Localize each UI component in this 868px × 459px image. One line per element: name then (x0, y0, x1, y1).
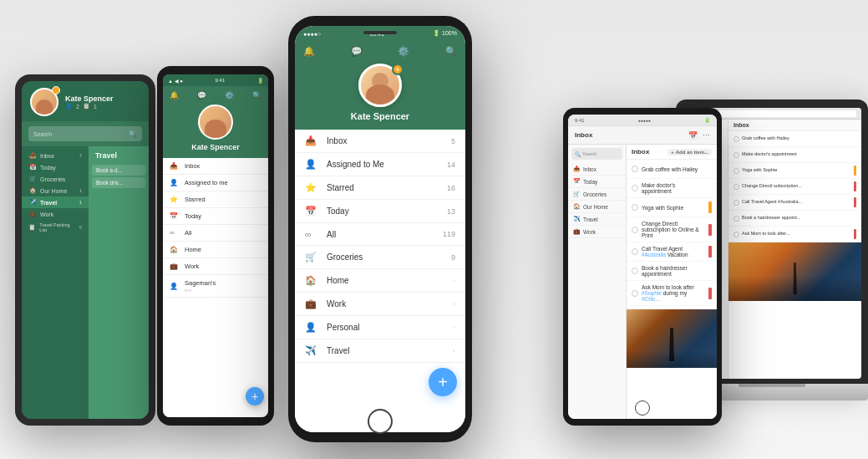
laptop-base-bar (739, 384, 805, 387)
task-row[interactable]: Change Directl subscription... (728, 179, 861, 195)
all-icon: ∞ (170, 229, 180, 237)
sidebar-item-inbox[interactable]: 📥 Inbox (568, 163, 626, 176)
task-checkbox[interactable] (632, 268, 638, 274)
task-row[interactable]: Yoga with Sophie (627, 198, 717, 217)
task-checkbox[interactable] (733, 136, 739, 142)
more-icon[interactable]: ⋯ (703, 131, 710, 140)
list-item-personal[interactable]: 👤 Personal › (295, 316, 465, 339)
list-item-assigned[interactable]: 👤 Assigned to me (163, 175, 268, 191)
list-item-work[interactable]: 💼 Work › (295, 293, 465, 316)
sidebar-item-work[interactable]: 💼 Work (568, 226, 626, 238)
travel-icon: ✈️ (305, 345, 320, 356)
home-icon: 🏠 (170, 246, 180, 253)
tablet-search[interactable]: Search 🔍 (28, 126, 142, 141)
list-item[interactable]: Book a d... (92, 165, 145, 176)
list-item-inbox[interactable]: 📥 Inbox (163, 158, 268, 175)
home-icon: 🏠 (573, 203, 581, 210)
list-item-today[interactable]: 📅 Today 13 (295, 200, 465, 223)
task-checkbox[interactable] (632, 248, 638, 255)
sidebar-item-travel[interactable]: ✈️ Travel (568, 213, 626, 226)
list-item-all[interactable]: ∞ All 119 (295, 223, 465, 246)
list-item-sagemans[interactable]: 👤 Sageman's ion (163, 275, 268, 298)
task-checkbox[interactable] (632, 204, 638, 211)
list-item-starred[interactable]: ⭐ Starred (163, 191, 268, 208)
task-checkbox[interactable] (733, 152, 739, 158)
list-item[interactable]: Book driv... (92, 177, 145, 188)
personal-icon: 👤 (305, 322, 320, 333)
main-user-name: Kate Spencer (351, 111, 409, 121)
task-row[interactable]: Grab coffee with Hailey (728, 131, 861, 147)
ipad-search[interactable]: 🔍 Search (571, 148, 622, 160)
list-item-home[interactable]: 🏠 Home › (295, 269, 465, 293)
home-button[interactable] (635, 400, 650, 416)
task-row[interactable]: Change Directl subscription to Online & … (627, 217, 717, 242)
star-icon: ⭐ (170, 196, 180, 203)
fab-button[interactable]: + (246, 387, 264, 405)
task-checkbox[interactable] (632, 290, 638, 297)
task-row[interactable]: Call Travel Agent #Australia Vacation (627, 242, 717, 262)
task-row[interactable]: Ask Mom to look after... (728, 227, 861, 242)
home-button[interactable] (368, 409, 393, 434)
plus-icon: + (671, 150, 674, 155)
task-row[interactable]: Book a hairdresser appointment (627, 262, 717, 281)
task-row[interactable]: Book a hairdresser appoint... (728, 211, 861, 227)
list-item-assigned[interactable]: 👤 Assigned to Me 14 (295, 153, 465, 176)
calendar-icon[interactable]: 📅 (688, 131, 698, 140)
task-checkbox[interactable] (733, 216, 739, 222)
sidebar-item-packing[interactable]: 📋 Travel Packing List 5 (22, 220, 89, 235)
signal-icon: ▲ ◀ ● (168, 78, 183, 84)
settings-icon[interactable]: ⚙️ (225, 91, 234, 99)
task-row[interactable]: Make doctor's appointment (728, 147, 861, 163)
task-row[interactable]: Yoga with Sophie (728, 163, 861, 179)
list-item-starred[interactable]: ⭐ Starred 16 (295, 176, 465, 200)
list-item-travel[interactable]: ✈️ Travel › (295, 339, 465, 363)
sidebar-item-work[interactable]: 💼 Work (22, 208, 89, 220)
today-icon: 📅 (573, 178, 581, 185)
sidebar-item-groceries[interactable]: 🛒 Groceries (22, 173, 89, 185)
task-checkbox[interactable] (632, 227, 638, 233)
sagemans-icon: 👤 (170, 283, 180, 290)
tablet-header: Kate Spencer 👤2 📋1 (22, 81, 149, 121)
search-icon: 🔍 (129, 130, 137, 138)
sidebar-item-ourhome[interactable]: 🏠 Our Home 1 (22, 185, 89, 196)
settings-icon[interactable]: ⚙️ (398, 46, 409, 57)
task-checkbox[interactable] (733, 168, 739, 174)
avatar-badge (52, 86, 60, 94)
add-item-button[interactable]: + Add an item... (667, 149, 712, 156)
sidebar-item-travel[interactable]: ✈️ Travel 1 (22, 196, 89, 208)
task-checkbox[interactable] (733, 184, 739, 190)
chat-icon[interactable]: 💬 (197, 91, 206, 99)
task-row[interactable]: Grab coffee with Hailey (627, 160, 717, 179)
task-checkbox[interactable] (733, 200, 739, 206)
list-item-home[interactable]: 🏠 Home (163, 242, 268, 258)
inbox-icon: 📥 (170, 162, 180, 170)
main-header: 🔔 💬 ⚙️ 🔍 5 Kate Spencer (295, 41, 465, 130)
assigned-icon: 👤 (305, 159, 320, 170)
sidebar-item-today[interactable]: 📅 Today (22, 161, 89, 173)
list-item-today[interactable]: 📅 Today (163, 208, 268, 225)
sidebar-item-today[interactable]: 📅 Today (568, 176, 626, 188)
task-checkbox[interactable] (632, 185, 638, 191)
search-icon[interactable]: 🔍 (252, 91, 261, 99)
tablet-nav: 📥 Inbox 7 📅 Today 🛒 Groceries 🏠 Ou (22, 146, 149, 419)
chevron-right-icon: › (453, 277, 455, 284)
list-item-work[interactable]: 💼 Work (163, 258, 268, 275)
task-row[interactable]: Make doctor's appointment (627, 179, 717, 198)
sidebar-item-inbox[interactable]: 📥 Inbox 7 (22, 150, 89, 161)
list-item-groceries[interactable]: 🛒 Groceries 9 (295, 246, 465, 269)
fab-button[interactable]: + (429, 368, 457, 396)
url-bar[interactable] (713, 110, 856, 117)
list-item-all[interactable]: ∞ All (163, 225, 268, 242)
task-checkbox[interactable] (632, 166, 638, 172)
task-row[interactable]: Call Travel Agent #Australia... (728, 195, 861, 211)
list-item-inbox[interactable]: 📥 Inbox 5 (295, 130, 465, 153)
bell-icon[interactable]: 🔔 (170, 91, 179, 99)
search-icon[interactable]: 🔍 (445, 46, 457, 57)
sidebar-item-groceries[interactable]: 🛒 Groceries (568, 188, 626, 201)
content-title: Travel (92, 150, 145, 161)
bell-icon[interactable]: 🔔 (303, 46, 315, 57)
task-row[interactable]: Ask Mom to look after #Sophie during my … (627, 281, 717, 306)
chat-icon[interactable]: 💬 (351, 46, 363, 57)
task-checkbox[interactable] (733, 232, 739, 237)
sidebar-item-home[interactable]: 🏠 Our Home (568, 201, 626, 213)
